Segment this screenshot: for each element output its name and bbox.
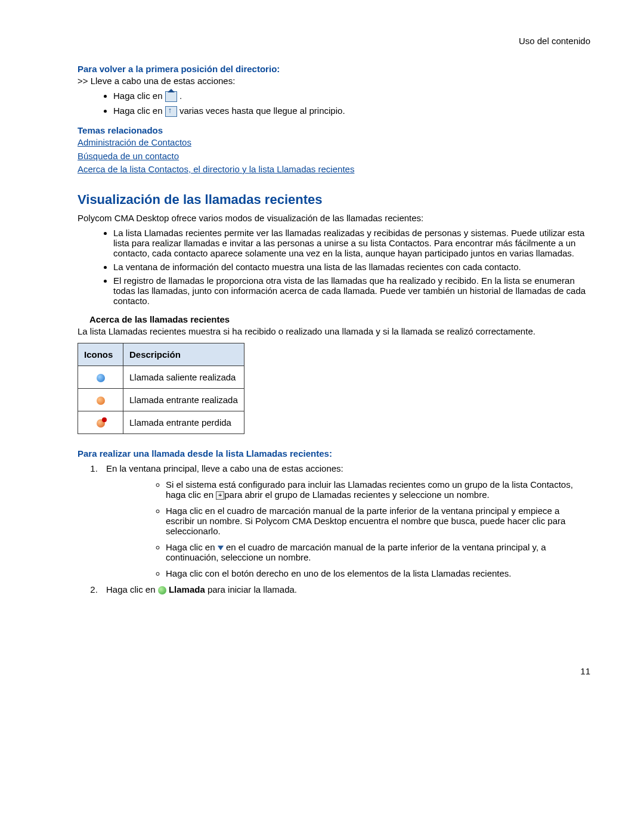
missed-call-icon bbox=[97, 419, 105, 428]
list-item: Haga clic en varias veces hasta que lleg… bbox=[113, 106, 590, 117]
table-header-icons: Iconos bbox=[78, 343, 123, 366]
page-number: 11 bbox=[78, 666, 590, 676]
text-fragment: . bbox=[179, 91, 182, 101]
list-item: Haga clic con el botón derecho en uno de… bbox=[166, 568, 590, 578]
subheading-return-first: Para volver a la primera posición del di… bbox=[78, 64, 590, 74]
step-text: En la ventana principal, lleve a cabo un… bbox=[106, 463, 343, 473]
table-cell: Llamada entrante perdida bbox=[123, 411, 244, 433]
list-item: Haga clic en . bbox=[113, 91, 590, 102]
table-cell: Llamada entrante realizada bbox=[123, 388, 244, 411]
text-fragment: varias veces hasta que llegue al princip… bbox=[179, 106, 345, 116]
about-recent-calls-text: La lista Llamadas recientes muestra si h… bbox=[78, 326, 590, 337]
up-icon bbox=[165, 106, 177, 117]
table-cell: Llamada saliente realizada bbox=[123, 366, 244, 388]
text-fragment: Haga clic en bbox=[113, 106, 165, 116]
call-icon bbox=[158, 586, 166, 594]
intro-text: Polycom CMA Desktop ofrece varios modos … bbox=[78, 212, 590, 224]
text-fragment: Haga clic en bbox=[166, 542, 218, 552]
icons-table: Iconos Descripción Llamada saliente real… bbox=[78, 343, 244, 434]
text-fragment: Haga clic en bbox=[113, 91, 165, 101]
procedure-heading: Para realizar una llamada desde la lista… bbox=[78, 448, 590, 459]
list-item: El registro de llamadas le proporciona o… bbox=[113, 275, 590, 306]
link-admin-contactos[interactable]: Administración de Contactos bbox=[78, 137, 191, 147]
call-label: Llamada bbox=[169, 584, 205, 594]
step-2: Haga clic en Llamada para iniciar la lla… bbox=[100, 584, 590, 594]
table-row: Llamada entrante realizada bbox=[78, 388, 244, 411]
link-acerca-lista[interactable]: Acerca de la lista Contactos, el directo… bbox=[78, 164, 354, 174]
about-recent-calls-heading: Acerca de las llamadas recientes bbox=[89, 314, 590, 324]
table-header-description: Descripción bbox=[123, 343, 244, 366]
text-fragment: para iniciar la llamada. bbox=[205, 584, 297, 594]
table-row: Llamada entrante perdida bbox=[78, 411, 244, 433]
outgoing-call-icon bbox=[97, 374, 105, 382]
text-fragment: para abrir el grupo de Llamadas reciente… bbox=[224, 490, 489, 500]
list-item: Haga clic en el cuadro de marcación manu… bbox=[166, 506, 590, 536]
step-1: En la ventana principal, lleve a cabo un… bbox=[100, 463, 590, 578]
document-page: Uso del contenido Para volver a la prime… bbox=[0, 0, 644, 712]
incoming-call-icon bbox=[97, 397, 105, 405]
list-item: La ventana de información del contacto m… bbox=[113, 262, 590, 272]
related-topics-heading: Temas relacionados bbox=[78, 125, 590, 135]
link-busqueda-contacto[interactable]: Búsqueda de un contacto bbox=[78, 151, 179, 161]
section-title: Visualización de las llamadas recientes bbox=[78, 192, 590, 208]
list-item: La lista Llamadas recientes permite ver … bbox=[113, 228, 590, 258]
table-row: Llamada saliente realizada bbox=[78, 366, 244, 388]
list-item: Si el sistema está configurado para incl… bbox=[166, 479, 590, 500]
lead-text: >> Lleve a cabo una de estas acciones: bbox=[78, 75, 590, 87]
header-category: Uso del contenido bbox=[78, 36, 590, 46]
list-item: Haga clic en en el cuadro de marcación m… bbox=[166, 542, 590, 562]
text-fragment: Haga clic en bbox=[106, 584, 158, 594]
expand-icon bbox=[216, 491, 224, 500]
dropdown-icon bbox=[218, 546, 224, 550]
home-icon bbox=[165, 91, 177, 102]
